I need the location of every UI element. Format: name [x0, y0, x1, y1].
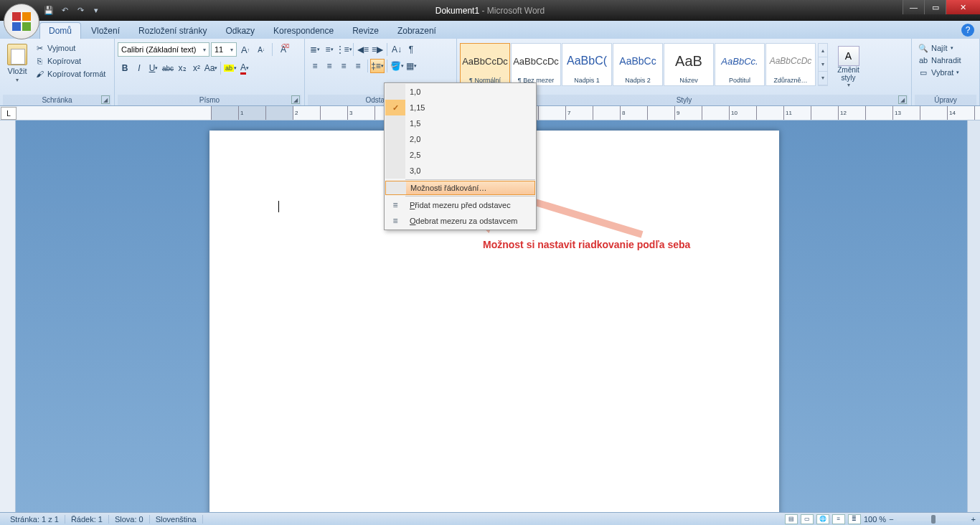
style-item-2[interactable]: AaBbC(Nadpis 1: [562, 43, 612, 86]
tab-selector[interactable]: L: [1, 107, 17, 120]
vertical-ruler[interactable]: [0, 120, 16, 512]
spacing-options[interactable]: Možnosti řádkování…: [385, 181, 535, 195]
zoom-level[interactable]: 100 %: [864, 515, 886, 524]
undo-icon[interactable]: ↶: [59, 5, 70, 16]
subscript-button[interactable]: x₂: [175, 61, 189, 75]
styles-dialog-launcher[interactable]: ◢: [898, 95, 907, 104]
spacing-1-15[interactable]: ✓1,15: [385, 100, 535, 115]
style-item-0[interactable]: AaBbCcDc¶ Normální: [460, 43, 510, 86]
help-icon[interactable]: ?: [961, 24, 974, 37]
minimize-button[interactable]: —: [903, 0, 924, 14]
select-button[interactable]: ▭Vybrat ▾: [918, 67, 974, 78]
bullets-button[interactable]: ≣▾: [308, 42, 322, 57]
copy-button[interactable]: ⎘Kopírovat: [33, 55, 107, 67]
change-styles-button[interactable]: A Změnit styly ▾: [832, 43, 864, 88]
add-space-before[interactable]: ≡Přidat mezeru před odstavec: [385, 197, 535, 213]
group-label-font: Písmo◢: [118, 95, 301, 105]
tab-view[interactable]: Zobrazení: [389, 23, 445, 39]
view-full-screen[interactable]: ▭: [801, 514, 814, 524]
more-styles-icon[interactable]: ▾: [819, 72, 827, 85]
tab-layout[interactable]: Rozložení stránky: [130, 23, 215, 39]
status-page[interactable]: Stránka: 1 z 1: [4, 515, 65, 524]
zoom-in-button[interactable]: +: [971, 515, 976, 524]
chevron-down-icon[interactable]: ▾: [819, 57, 827, 71]
tab-insert[interactable]: Vložení: [83, 23, 128, 39]
view-web[interactable]: 🌐: [816, 514, 829, 524]
view-outline[interactable]: ≡: [832, 514, 845, 524]
replace-icon: ab: [918, 55, 928, 65]
styles-gallery-scroll[interactable]: ▴ ▾ ▾: [818, 43, 828, 86]
tab-home[interactable]: Domů: [39, 22, 81, 39]
zoom-slider[interactable]: [897, 518, 969, 521]
font-color-button[interactable]: A▾: [237, 61, 252, 75]
grow-font-button[interactable]: A↑: [238, 42, 253, 57]
cut-button[interactable]: ✂Vyjmout: [33, 42, 107, 54]
quick-access-toolbar: 💾 ↶ ↷ ▾: [43, 5, 102, 16]
style-item-4[interactable]: AaBNázev: [664, 43, 714, 86]
copy-icon: ⎘: [34, 56, 44, 66]
italic-button[interactable]: I: [132, 61, 146, 75]
justify-button[interactable]: ≡: [351, 59, 365, 73]
align-center-button[interactable]: ≡: [322, 59, 336, 73]
font-dialog-launcher[interactable]: ◢: [291, 95, 300, 104]
spacing-2-0[interactable]: 2,0: [385, 131, 535, 147]
underline-button[interactable]: U▾: [146, 61, 161, 75]
style-item-3[interactable]: AaBbCcNadpis 2: [613, 43, 663, 86]
superscript-button[interactable]: x²: [189, 61, 204, 75]
spacing-3-0[interactable]: 3,0: [385, 163, 535, 179]
highlight-button[interactable]: ab▾: [223, 61, 237, 75]
spacing-1-5[interactable]: 1,5: [385, 115, 535, 131]
find-button[interactable]: 🔍Najít ▾: [918, 42, 974, 54]
find-icon: 🔍: [918, 43, 928, 53]
tab-review[interactable]: Revize: [344, 23, 387, 39]
remove-space-after[interactable]: ≡Odebrat mezeru za odstavcem: [385, 213, 535, 229]
style-item-1[interactable]: AaBbCcDc¶ Bez mezer: [511, 43, 561, 86]
view-print-layout[interactable]: ▤: [785, 514, 798, 524]
zoom-out-button[interactable]: −: [889, 515, 893, 524]
sort-button[interactable]: A↓: [390, 42, 404, 57]
multilevel-button[interactable]: ⋮≡▾: [336, 42, 351, 57]
style-item-5[interactable]: AaBbCc.Podtitul: [715, 43, 765, 86]
increase-indent-button[interactable]: ≡▶: [370, 42, 385, 57]
save-icon[interactable]: 💾: [43, 5, 55, 16]
shading-button[interactable]: 🪣▾: [390, 59, 404, 73]
maximize-button[interactable]: ▭: [924, 0, 946, 14]
space-before-icon: ≡: [385, 200, 405, 210]
office-button[interactable]: [4, 4, 39, 39]
numbering-button[interactable]: ≡▾: [322, 42, 336, 57]
status-line[interactable]: Řádek: 1: [65, 515, 109, 524]
bold-button[interactable]: B: [118, 61, 132, 75]
format-painter-button[interactable]: 🖌Kopírovat formát: [33, 68, 107, 80]
vertical-scrollbar[interactable]: [967, 120, 980, 512]
style-item-6[interactable]: AaBbCcDcZdůrazně…: [765, 43, 816, 86]
status-language[interactable]: Slovenština: [150, 515, 203, 524]
redo-icon[interactable]: ↷: [75, 5, 86, 16]
change-case-button[interactable]: Aa▾: [204, 61, 218, 75]
strike-button[interactable]: abc: [161, 61, 175, 75]
decrease-indent-button[interactable]: ◀≡: [356, 42, 370, 57]
group-label-editing: Úpravy: [915, 95, 976, 105]
tab-references[interactable]: Odkazy: [217, 23, 263, 39]
status-words[interactable]: Slova: 0: [109, 515, 150, 524]
font-name-combo[interactable]: Calibri (Základní text)▾: [118, 42, 209, 57]
clear-format-button[interactable]: A⌫: [276, 42, 291, 57]
close-button[interactable]: ✕: [946, 0, 980, 14]
font-size-combo[interactable]: 11▾: [211, 42, 237, 57]
align-right-button[interactable]: ≡: [336, 59, 351, 73]
group-label-clipboard: Schránka◢: [3, 95, 111, 105]
align-left-button[interactable]: ≡: [308, 59, 322, 73]
spacing-1-0[interactable]: 1,0: [385, 84, 535, 100]
qat-more-icon[interactable]: ▾: [90, 5, 102, 16]
tab-mail[interactable]: Korespondence: [265, 23, 342, 39]
chevron-up-icon[interactable]: ▴: [819, 44, 827, 57]
line-spacing-button[interactable]: ‡≡▾: [370, 59, 385, 73]
view-draft[interactable]: ≣: [848, 514, 861, 524]
spacing-2-5[interactable]: 2,5: [385, 147, 535, 163]
show-marks-button[interactable]: ¶: [404, 42, 418, 57]
shrink-font-button[interactable]: A↓: [254, 42, 268, 57]
borders-button[interactable]: ▦▾: [404, 59, 418, 73]
replace-button[interactable]: abNahradit: [918, 55, 974, 66]
paste-button[interactable]: Vložit ▾: [3, 41, 32, 95]
clipboard-dialog-launcher[interactable]: ◢: [101, 95, 110, 104]
select-icon: ▭: [918, 67, 928, 77]
